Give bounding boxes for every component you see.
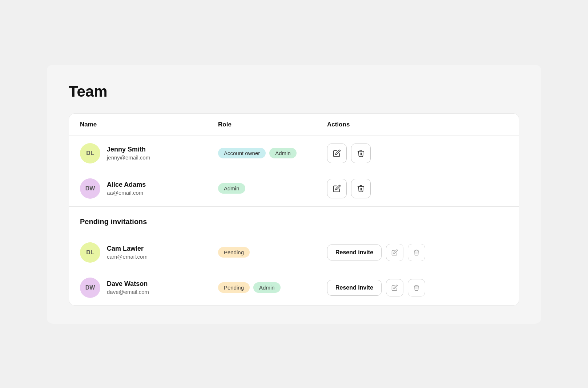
badge-account-owner-jenny: Account owner — [218, 148, 266, 158]
edit-button-alice[interactable] — [327, 179, 347, 198]
resend-invite-button-dave[interactable]: Resend invite — [327, 280, 382, 296]
delete-button-cam[interactable] — [408, 244, 425, 261]
badge-admin-dave: Admin — [253, 282, 281, 293]
trash-icon — [413, 249, 420, 256]
avatar-jenny: DL — [80, 143, 100, 163]
name-info-alice: Alice Adams aa@email.com — [107, 181, 146, 196]
page-container: Team Name Role Actions DL Jenny Smith je… — [47, 65, 541, 324]
edit-button-jenny[interactable] — [327, 144, 347, 163]
table-row: DL Cam Lawler cam@email.com Pending Rese… — [69, 235, 519, 270]
table-row: DL Jenny Smith jenny@email.com Account o… — [69, 136, 519, 171]
edit-button-cam[interactable] — [386, 244, 403, 261]
resend-invite-button-cam[interactable]: Resend invite — [327, 244, 382, 260]
pending-section-label: Pending invitations — [69, 207, 519, 235]
edit-icon — [391, 249, 398, 256]
user-email-cam: cam@email.com — [107, 254, 148, 260]
user-email-dave: dave@email.com — [107, 289, 149, 295]
role-cell-cam: Pending — [218, 247, 327, 258]
actions-cell-alice — [327, 179, 508, 198]
table-header: Name Role Actions — [69, 114, 519, 136]
header-name: Name — [80, 121, 218, 128]
team-card: Name Role Actions DL Jenny Smith jenny@e… — [69, 113, 519, 306]
role-cell-jenny: Account owner Admin — [218, 148, 327, 158]
badge-admin-jenny: Admin — [269, 148, 297, 158]
user-name-cam: Cam Lawler — [107, 245, 148, 252]
actions-cell-jenny — [327, 144, 508, 163]
user-name-jenny: Jenny Smith — [107, 146, 150, 153]
user-name-dave: Dave Watson — [107, 280, 149, 288]
role-cell-alice: Admin — [218, 183, 327, 194]
trash-icon — [413, 284, 420, 291]
header-role: Role — [218, 121, 327, 128]
delete-button-dave[interactable] — [408, 279, 425, 296]
delete-button-alice[interactable] — [351, 179, 371, 198]
actions-cell-dave: Resend invite — [327, 279, 508, 296]
pending-invitations-section: Pending invitations DL Cam Lawler cam@em… — [69, 206, 519, 305]
trash-icon — [357, 185, 365, 193]
table-row: DW Dave Watson dave@email.com Pending Ad… — [69, 270, 519, 305]
role-cell-dave: Pending Admin — [218, 282, 327, 293]
edit-icon — [333, 149, 341, 157]
table-row: DW Alice Adams aa@email.com Admin — [69, 171, 519, 206]
edit-icon — [391, 284, 398, 291]
badge-pending-dave: Pending — [218, 282, 250, 293]
name-cell-jenny: DL Jenny Smith jenny@email.com — [80, 143, 218, 163]
delete-button-jenny[interactable] — [351, 144, 371, 163]
name-cell-alice: DW Alice Adams aa@email.com — [80, 178, 218, 199]
edit-button-dave[interactable] — [386, 279, 403, 296]
badge-admin-alice: Admin — [218, 183, 245, 194]
avatar-dave: DW — [80, 278, 100, 298]
trash-icon — [357, 149, 365, 157]
edit-icon — [333, 185, 341, 193]
name-cell-dave: DW Dave Watson dave@email.com — [80, 278, 218, 298]
user-name-alice: Alice Adams — [107, 181, 146, 189]
avatar-cam: DL — [80, 242, 100, 263]
avatar-alice: DW — [80, 178, 100, 199]
page-title: Team — [69, 83, 519, 100]
user-email-alice: aa@email.com — [107, 190, 146, 196]
name-info-jenny: Jenny Smith jenny@email.com — [107, 146, 150, 161]
name-info-dave: Dave Watson dave@email.com — [107, 280, 149, 295]
name-info-cam: Cam Lawler cam@email.com — [107, 245, 148, 260]
actions-cell-cam: Resend invite — [327, 244, 508, 261]
user-email-jenny: jenny@email.com — [107, 154, 150, 161]
badge-pending-cam: Pending — [218, 247, 250, 258]
header-actions: Actions — [327, 121, 508, 128]
name-cell-cam: DL Cam Lawler cam@email.com — [80, 242, 218, 263]
